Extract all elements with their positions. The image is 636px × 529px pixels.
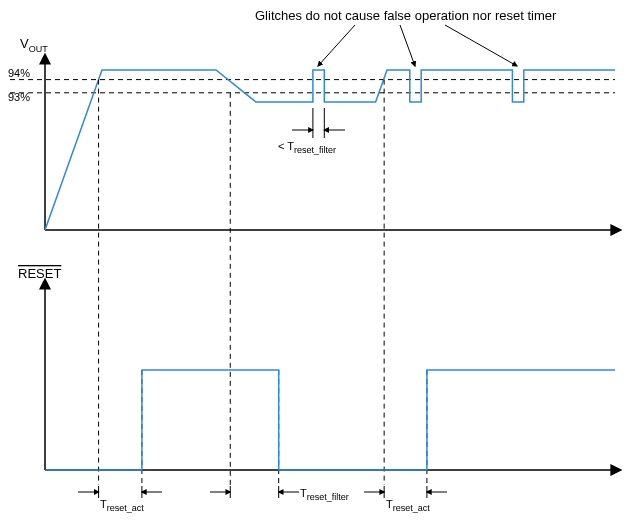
interval-markers: Treset_act Treset_filter Treset_act — [78, 486, 447, 513]
threshold-94-label: 94% — [8, 67, 30, 79]
reset-axes — [45, 280, 620, 470]
svg-line-3 — [400, 25, 415, 66]
glitch-width-marker: < Treset_filter — [278, 108, 345, 155]
svg-text:Treset_filter: Treset_filter — [300, 487, 349, 502]
svg-text:Treset_act: Treset_act — [386, 498, 430, 513]
timing-diagram: VOUT 94% 93% Glitches do not cause false… — [0, 0, 636, 529]
glitch-arrows — [318, 25, 517, 66]
threshold-93-label: 93% — [8, 91, 30, 103]
svg-line-2 — [318, 25, 355, 66]
reset-trace — [45, 370, 615, 470]
vout-axes — [45, 55, 620, 230]
glitch-note: Glitches do not cause false operation no… — [255, 8, 557, 23]
svg-line-4 — [445, 25, 517, 66]
svg-text:< Treset_filter: < Treset_filter — [278, 140, 336, 155]
vout-ylabel: VOUT — [20, 36, 48, 54]
reset-ylabel: RESET — [18, 266, 61, 281]
svg-text:Treset_act: Treset_act — [100, 498, 144, 513]
vertical-guides — [99, 80, 427, 485]
